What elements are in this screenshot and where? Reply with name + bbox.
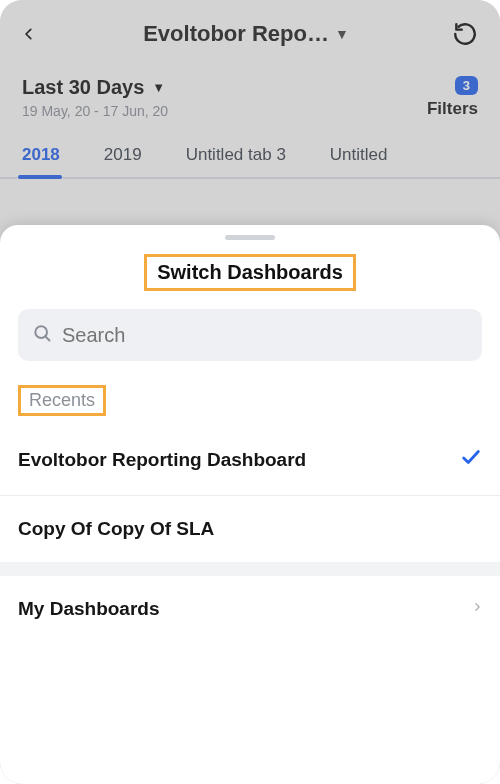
list-item[interactable]: Copy Of Copy Of SLA [0,496,500,562]
check-icon [460,446,482,473]
section-divider [0,562,500,576]
svg-line-1 [45,336,49,340]
list-item[interactable]: Evoltobor Reporting Dashboard [0,424,500,496]
recents-list: Evoltobor Reporting Dashboard Copy Of Co… [0,424,500,562]
search-icon [32,323,52,347]
sheet-grabber[interactable] [225,235,275,240]
recents-label: Recents [29,390,95,410]
search-input[interactable] [62,324,468,347]
list-item-label: Evoltobor Reporting Dashboard [18,449,306,471]
switch-dashboards-sheet: Switch Dashboards Recents Evoltobor Repo… [0,225,500,784]
sheet-title: Switch Dashboards [144,254,356,291]
my-dashboards-row[interactable]: My Dashboards [0,576,500,642]
list-item-label: Copy Of Copy Of SLA [18,518,214,540]
my-dashboards-label: My Dashboards [18,598,159,620]
chevron-right-icon [472,598,482,620]
search-input-wrap[interactable] [18,309,482,361]
